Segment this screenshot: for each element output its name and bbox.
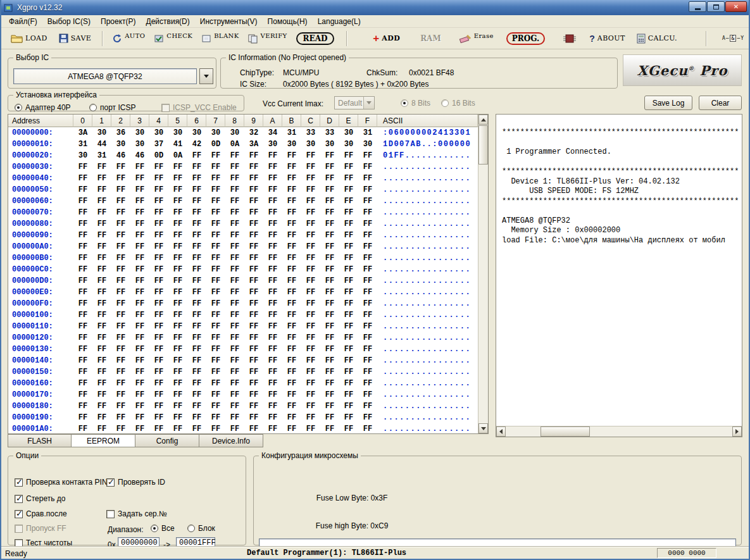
hex-byte[interactable]: FF (301, 275, 320, 287)
hex-byte[interactable]: FF (225, 378, 244, 389)
hex-byte[interactable]: FF (187, 264, 206, 275)
hex-byte[interactable]: FF (73, 264, 92, 275)
hex-byte[interactable]: FF (130, 389, 149, 401)
hex-byte[interactable]: FF (187, 355, 206, 366)
hex-byte[interactable]: FF (92, 378, 111, 389)
scroll-down-button[interactable] (478, 423, 488, 433)
hex-byte[interactable]: FF (339, 196, 358, 207)
hex-byte[interactable]: FF (301, 161, 320, 173)
hex-byte[interactable]: FF (206, 389, 225, 401)
hex-byte[interactable]: FF (206, 218, 225, 230)
checkbox-skip-ff[interactable]: Пропуск FF (15, 524, 66, 533)
hex-byte[interactable]: FF (130, 366, 149, 378)
hex-byte[interactable]: FF (187, 366, 206, 378)
hex-byte[interactable]: FF (301, 252, 320, 264)
hex-byte[interactable]: FF (225, 287, 244, 298)
hex-byte[interactable]: FF (244, 355, 263, 366)
hex-byte[interactable]: FF (187, 298, 206, 309)
hex-byte[interactable]: FF (358, 150, 377, 161)
hex-byte[interactable]: FF (111, 423, 130, 433)
hex-byte[interactable]: FF (320, 275, 339, 287)
hex-byte[interactable]: 30 (225, 127, 244, 139)
hex-byte[interactable]: FF (263, 218, 282, 230)
hex-byte[interactable]: FF (339, 252, 358, 264)
hex-byte[interactable]: FF (282, 378, 301, 389)
hex-byte[interactable]: FF (301, 207, 320, 218)
hex-byte[interactable]: FF (339, 241, 358, 252)
hex-byte[interactable]: FF (339, 218, 358, 230)
hex-byte[interactable]: FF (301, 366, 320, 378)
hex-byte[interactable]: FF (320, 241, 339, 252)
hex-byte[interactable]: FF (263, 230, 282, 241)
hex-byte[interactable]: FF (73, 287, 92, 298)
save-button[interactable]: SAVE (57, 32, 94, 44)
hex-byte[interactable]: 31 (92, 150, 111, 161)
hex-byte[interactable]: FF (92, 389, 111, 401)
hex-byte[interactable]: FF (149, 412, 168, 423)
hex-byte[interactable]: FF (339, 321, 358, 332)
hex-byte[interactable]: FF (206, 230, 225, 241)
hex-byte[interactable]: FF (301, 332, 320, 344)
hex-byte[interactable]: FF (111, 161, 130, 173)
hex-byte[interactable]: FF (282, 366, 301, 378)
hex-byte[interactable]: 30 (130, 139, 149, 150)
hex-byte[interactable]: FF (301, 218, 320, 230)
hex-byte[interactable]: FF (92, 366, 111, 378)
hex-byte[interactable]: FF (225, 321, 244, 332)
hex-byte[interactable]: FF (225, 344, 244, 355)
hex-byte[interactable]: FF (111, 309, 130, 321)
hex-byte[interactable]: FF (149, 252, 168, 264)
hex-byte[interactable]: FF (73, 241, 92, 252)
hex-byte[interactable]: 41 (168, 139, 187, 150)
hex-byte[interactable]: FF (206, 366, 225, 378)
hex-byte[interactable]: 34 (263, 127, 282, 139)
hex-byte[interactable]: FF (73, 412, 92, 423)
hex-byte[interactable]: FF (263, 161, 282, 173)
hex-byte[interactable]: FF (301, 241, 320, 252)
hex-byte[interactable]: FF (149, 309, 168, 321)
hex-byte[interactable]: FF (73, 230, 92, 241)
hex-byte[interactable]: FF (263, 344, 282, 355)
hex-byte[interactable]: 30 (149, 127, 168, 139)
hex-byte[interactable]: FF (130, 401, 149, 412)
hex-byte[interactable]: FF (206, 355, 225, 366)
hex-byte[interactable]: FF (358, 230, 377, 241)
hex-byte[interactable]: FF (187, 378, 206, 389)
hex-byte[interactable]: FF (149, 275, 168, 287)
hex-byte[interactable]: FF (168, 264, 187, 275)
hex-byte[interactable]: FF (225, 252, 244, 264)
hex-byte[interactable]: FF (358, 423, 377, 433)
hex-byte[interactable]: FF (244, 230, 263, 241)
hex-byte[interactable]: FF (92, 218, 111, 230)
hex-byte[interactable]: FF (149, 423, 168, 433)
hex-byte[interactable]: FF (320, 150, 339, 161)
hex-byte[interactable]: FF (168, 378, 187, 389)
hex-byte[interactable]: FF (149, 401, 168, 412)
hex-byte[interactable]: FF (282, 150, 301, 161)
hex-byte[interactable]: FF (263, 401, 282, 412)
hex-byte[interactable]: FF (301, 355, 320, 366)
hex-byte[interactable]: FF (282, 321, 301, 332)
hex-byte[interactable]: FF (320, 401, 339, 412)
minimize-button[interactable] (689, 1, 706, 12)
hex-byte[interactable]: FF (358, 366, 377, 378)
hex-byte[interactable]: FF (130, 184, 149, 196)
hex-byte[interactable]: FF (187, 241, 206, 252)
hex-byte[interactable]: FF (282, 196, 301, 207)
hex-byte[interactable]: FF (339, 230, 358, 241)
tab-eeprom[interactable]: EEPROM (72, 434, 135, 447)
hex-byte[interactable]: FF (92, 207, 111, 218)
radio-range-all[interactable]: Все (151, 524, 175, 533)
hex-byte[interactable]: FF (263, 150, 282, 161)
hex-byte[interactable]: FF (168, 355, 187, 366)
radio-8bits[interactable]: 8 Bits (401, 99, 430, 108)
hex-byte[interactable]: 3A (244, 139, 263, 150)
hex-byte[interactable]: FF (187, 207, 206, 218)
hex-byte[interactable]: FF (339, 366, 358, 378)
scrollbar-thumb[interactable] (478, 125, 488, 165)
hex-byte[interactable]: FF (282, 355, 301, 366)
hex-byte[interactable]: FF (111, 389, 130, 401)
hex-byte[interactable]: FF (149, 207, 168, 218)
hex-byte[interactable]: FF (339, 401, 358, 412)
hex-body[interactable]: 00000000:3A30363030303030303234313333303… (8, 127, 478, 433)
